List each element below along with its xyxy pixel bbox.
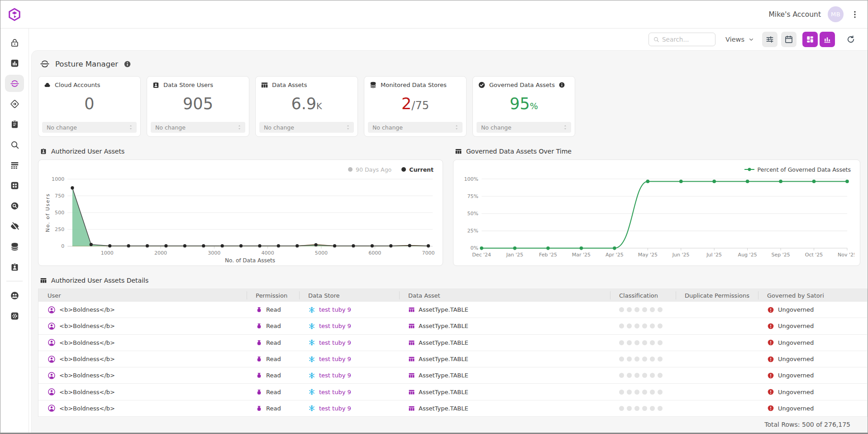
classification-dot: [619, 406, 624, 411]
user-name: <b>Boldness</b>: [59, 389, 115, 395]
dashboard-view-button[interactable]: [802, 32, 818, 47]
data-store-link[interactable]: test tuby 9: [319, 372, 351, 379]
ungoverned-icon: [767, 405, 774, 412]
legend-percent-governed[interactable]: Percent of Governed Data Assets: [744, 166, 851, 173]
account-name[interactable]: Mike's Account: [769, 10, 821, 19]
views-label: Views: [725, 36, 744, 43]
user-cell: <b>Boldness</b>: [38, 306, 247, 314]
col-header-duplicate-permissions[interactable]: Duplicate Permissions: [676, 289, 758, 302]
legend-90-days-ago[interactable]: 90 Days Ago: [348, 166, 391, 173]
sidebar-item-lock[interactable]: [5, 34, 24, 51]
permission-label: Read: [266, 339, 281, 346]
classification-dot: [634, 373, 639, 378]
permission-cell: Read: [247, 323, 299, 329]
sidebar-item-search[interactable]: [5, 136, 24, 153]
user-cell: <b>Boldness</b>: [38, 355, 247, 363]
sort-arrows-icon: [128, 124, 134, 130]
card-trend[interactable]: No change: [368, 122, 463, 133]
kebab-menu-icon[interactable]: [850, 10, 859, 19]
table-row[interactable]: <b>Boldness</b> Read test tuby 9 AssetTy…: [38, 318, 867, 334]
user-cell: <b>Boldness</b>: [38, 338, 247, 347]
sidebar-item-masking[interactable]: [5, 217, 24, 235]
data-store-link[interactable]: test tuby 9: [319, 389, 351, 395]
legend-current[interactable]: Current: [401, 166, 434, 173]
data-store-link[interactable]: test tuby 9: [319, 405, 351, 412]
table-row[interactable]: <b>Boldness</b> Read test tuby 9 AssetTy…: [38, 351, 867, 367]
data-asset-cell: AssetType.TABLE: [399, 405, 610, 412]
sidebar-item-data-policies[interactable]: [5, 197, 24, 214]
governed-cell: Ungoverned: [758, 388, 867, 395]
table-row[interactable]: <b>Boldness</b> Read test tuby 9 AssetTy…: [38, 302, 867, 318]
views-dropdown[interactable]: Views: [725, 36, 755, 43]
permission-label: Read: [266, 356, 281, 362]
database-icon: [10, 242, 19, 251]
col-header-classification[interactable]: Classification: [610, 289, 676, 302]
sidebar-item-audit[interactable]: [5, 156, 24, 174]
policy-search-icon: [10, 201, 19, 211]
toolbar: Views: [29, 29, 868, 50]
user-name: <b>Boldness</b>: [59, 323, 115, 329]
table-row[interactable]: <b>Boldness</b> Read test tuby 9 AssetTy…: [38, 384, 867, 400]
classification-dot: [619, 373, 624, 378]
dashboard-layout-icon: [806, 35, 815, 44]
card-trend[interactable]: No change: [42, 122, 137, 133]
classification-dot: [658, 373, 663, 378]
table-row[interactable]: <b>Boldness</b> Read test tuby 9 AssetTy…: [38, 367, 867, 384]
classification-dots: [610, 390, 676, 395]
search-icon: [10, 140, 19, 149]
col-header-governed-by-satori[interactable]: Governed by Satori: [758, 289, 867, 302]
data-asset-label: AssetType.TABLE: [419, 339, 468, 346]
avatar[interactable]: MB: [828, 6, 844, 22]
classification-dot: [658, 340, 663, 345]
governed-status: Ungoverned: [778, 356, 814, 362]
table-row[interactable]: <b>Boldness</b> Read test tuby 9 AssetTy…: [38, 335, 867, 351]
svg-text:0: 0: [61, 243, 64, 249]
refresh-button[interactable]: [843, 32, 858, 47]
sidebar-item-flows[interactable]: [5, 95, 24, 112]
user-name: <b>Boldness</b>: [59, 405, 115, 412]
classification-dots: [610, 406, 676, 411]
classification-dot: [650, 373, 655, 378]
stat-card-monitored-data-stores: Monitored Data Stores 2/75 No change: [364, 76, 467, 137]
main-area: Views Posture Manager Cloud Accounts 0: [29, 29, 868, 433]
governed-over-time-panel: Percent of Governed Data Assets 0%25%50%…: [453, 159, 860, 266]
sidebar-item-inventory[interactable]: [5, 116, 24, 133]
sidebar-item-users[interactable]: [5, 287, 24, 304]
user-icon: [48, 306, 56, 314]
card-trend[interactable]: No change: [477, 122, 571, 133]
svg-text:0%: 0%: [471, 245, 478, 251]
sidebar-item-posture-manager[interactable]: [5, 75, 24, 92]
date-range-button[interactable]: [781, 32, 796, 47]
classification-dot: [650, 323, 655, 328]
data-store-link[interactable]: test tuby 9: [319, 339, 351, 346]
search-input[interactable]: [662, 36, 711, 43]
col-header-data-store[interactable]: Data Store: [299, 289, 399, 302]
col-header-user[interactable]: User: [38, 289, 247, 302]
data-store-link[interactable]: test tuby 9: [319, 306, 351, 313]
data-store-link[interactable]: test tuby 9: [319, 356, 351, 362]
sidebar-item-settings[interactable]: [5, 307, 24, 324]
svg-text:Jan '25: Jan '25: [506, 252, 524, 258]
svg-text:6000: 6000: [368, 250, 381, 256]
sidebar-item-identities[interactable]: [5, 258, 24, 275]
chart-view-button[interactable]: [820, 32, 835, 47]
data-store-link[interactable]: test tuby 9: [319, 323, 351, 329]
card-trend[interactable]: No change: [259, 122, 354, 133]
data-asset-cell: AssetType.TABLE: [399, 356, 610, 362]
diamond-arrow-icon: [10, 99, 19, 109]
sidebar-item-data-stores[interactable]: [5, 238, 24, 255]
permission-icon: [256, 389, 262, 395]
satori-logo-icon[interactable]: [8, 8, 21, 21]
info-icon[interactable]: [558, 82, 565, 88]
filters-button[interactable]: [762, 32, 777, 47]
sidebar-item-reports[interactable]: [5, 54, 24, 72]
col-header-permission[interactable]: Permission: [247, 289, 299, 302]
classification-dot: [634, 390, 639, 395]
info-icon[interactable]: [124, 60, 131, 68]
card-trend[interactable]: No change: [151, 122, 245, 133]
eye-off-icon: [10, 222, 19, 231]
data-asset-label: AssetType.TABLE: [419, 356, 468, 362]
col-header-data-asset[interactable]: Data Asset: [399, 289, 610, 302]
sidebar-item-apps[interactable]: [5, 177, 24, 194]
table-row[interactable]: <b>Boldness</b> Read test tuby 9 AssetTy…: [38, 400, 867, 417]
